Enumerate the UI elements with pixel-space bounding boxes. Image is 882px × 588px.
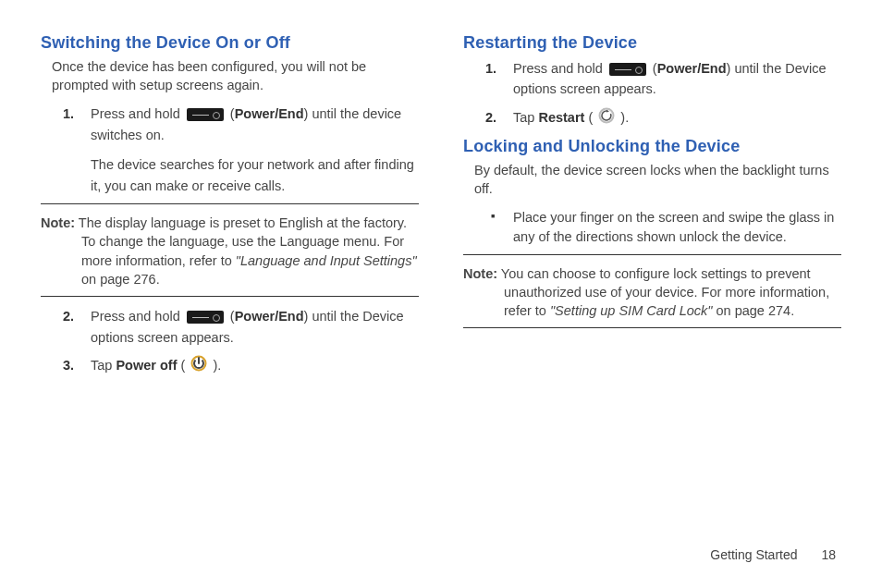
key-label: Restart bbox=[538, 110, 584, 125]
bullet-list: Place your finger on the screen and swip… bbox=[485, 208, 841, 247]
footer-section: Getting Started bbox=[710, 547, 797, 562]
step-text: Tap bbox=[513, 110, 538, 125]
step-text: Press and hold bbox=[513, 61, 606, 76]
step-text: Press and hold bbox=[91, 309, 184, 324]
step-text: ). bbox=[620, 110, 629, 125]
step-subtext: The device searches for your network and… bbox=[91, 154, 419, 196]
key-label: Power/End bbox=[235, 106, 304, 121]
intro-text: Once the device has been configured, you… bbox=[52, 58, 419, 94]
note-block: Note: The display language is preset to … bbox=[41, 214, 419, 288]
note-label: Note: bbox=[463, 266, 497, 281]
page-footer: Getting Started 18 bbox=[710, 547, 836, 562]
power-end-key-icon bbox=[187, 311, 224, 324]
power-end-key-icon bbox=[609, 63, 646, 76]
divider bbox=[41, 296, 419, 297]
step-item: Press and hold (Power/End) until the dev… bbox=[63, 104, 419, 196]
note-label: Note: bbox=[41, 215, 75, 230]
step-text: ( bbox=[584, 110, 596, 125]
steps-list-1: Press and hold (Power/End) until the dev… bbox=[63, 104, 419, 196]
note-reference: "Setting up SIM Card Lock" bbox=[550, 303, 713, 318]
steps-list-2: Press and hold (Power/End) until the Dev… bbox=[63, 306, 419, 377]
note-block: Note: You can choose to configure lock s… bbox=[463, 264, 841, 321]
bullet-item: Place your finger on the screen and swip… bbox=[485, 208, 841, 247]
restart-icon bbox=[598, 107, 615, 129]
step-item: Press and hold (Power/End) until the Dev… bbox=[485, 58, 841, 100]
right-column: Restarting the Device Press and hold (Po… bbox=[463, 33, 841, 386]
key-label: Power/End bbox=[235, 309, 304, 324]
note-body: on page 274. bbox=[712, 303, 794, 318]
footer-page-number: 18 bbox=[821, 547, 836, 562]
step-item: Tap Power off ( ). bbox=[63, 355, 419, 377]
steps-list-3: Press and hold (Power/End) until the Dev… bbox=[485, 58, 841, 129]
step-item: Tap Restart ( ). bbox=[485, 107, 841, 129]
intro-text: By default, the device screen locks when… bbox=[474, 162, 841, 198]
divider bbox=[463, 254, 841, 255]
key-label: Power off bbox=[116, 358, 177, 373]
key-label: Power/End bbox=[657, 61, 727, 76]
power-off-icon bbox=[190, 355, 207, 377]
heading-switching: Switching the Device On or Off bbox=[41, 33, 419, 53]
heading-restarting: Restarting the Device bbox=[463, 33, 841, 53]
left-column: Switching the Device On or Off Once the … bbox=[41, 33, 419, 386]
power-end-key-icon bbox=[187, 108, 224, 121]
step-text: Press and hold bbox=[91, 106, 184, 121]
step-text: Tap bbox=[91, 358, 116, 373]
heading-locking: Locking and Unlocking the Device bbox=[463, 137, 841, 156]
step-item: Press and hold (Power/End) until the Dev… bbox=[63, 306, 419, 348]
divider bbox=[463, 327, 841, 328]
step-text: ( bbox=[177, 358, 189, 373]
step-text: ). bbox=[213, 358, 221, 373]
note-body: on page 276. bbox=[81, 272, 160, 287]
page-body: Switching the Device On or Off Once the … bbox=[0, 0, 882, 386]
divider bbox=[41, 203, 419, 204]
note-reference: "Language and Input Settings" bbox=[236, 253, 417, 268]
